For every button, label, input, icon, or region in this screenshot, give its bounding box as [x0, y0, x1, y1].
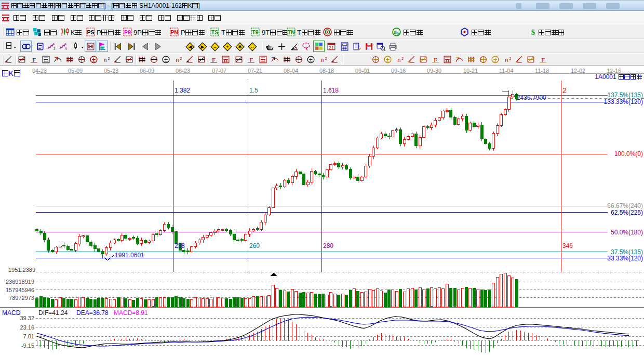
svg-text:◀: ◀: [189, 44, 192, 49]
svg-text:2: 2: [509, 57, 512, 60]
svg-text:P9: P9: [124, 29, 131, 35]
svg-text:PN: PN: [170, 29, 178, 35]
svg-text:2: 2: [180, 57, 182, 60]
svg-text:↔: ↔: [213, 44, 218, 49]
svg-text:TS: TS: [211, 29, 219, 35]
svg-text:PS: PS: [87, 29, 94, 35]
svg-text:TN: TN: [287, 29, 294, 35]
svg-text:F: F: [212, 57, 216, 64]
svg-text:n: n: [397, 57, 400, 63]
svg-text:▶: ▶: [201, 44, 205, 49]
svg-text:F: F: [249, 57, 253, 64]
svg-text:3: 3: [53, 47, 56, 50]
svg-text:9: 9: [65, 47, 68, 50]
svg-text:F: F: [541, 57, 545, 64]
svg-text:⇔: ⇔: [250, 44, 255, 49]
svg-text:$: $: [531, 28, 535, 36]
svg-text:✱: ✱: [238, 44, 242, 49]
svg-text:+: +: [226, 44, 229, 49]
svg-text:2: 2: [325, 57, 327, 60]
svg-text:2: 2: [108, 57, 110, 60]
svg-text:F: F: [32, 57, 36, 64]
svg-text:F: F: [434, 57, 437, 64]
svg-text:T9: T9: [252, 29, 258, 35]
svg-text:n: n: [103, 57, 106, 63]
svg-text:n: n: [320, 57, 324, 63]
svg-text:Big: Big: [394, 30, 399, 35]
svg-text:2: 2: [402, 57, 404, 60]
svg-text:n: n: [176, 57, 179, 63]
svg-text:n: n: [505, 57, 508, 63]
svg-text:21: 21: [329, 45, 334, 50]
